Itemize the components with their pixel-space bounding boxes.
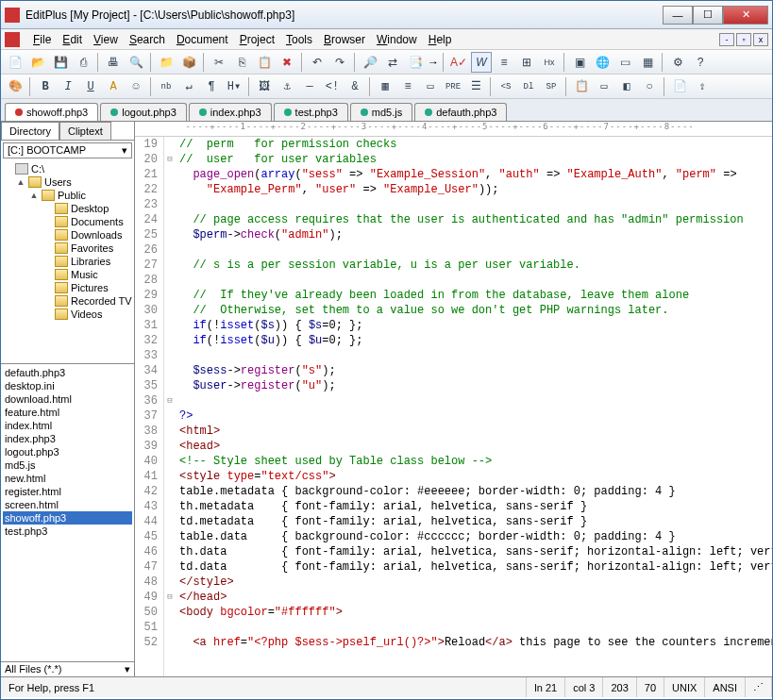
menu-help[interactable]: Help bbox=[423, 31, 458, 48]
menu-tools[interactable]: Tools bbox=[280, 31, 318, 48]
menu-file[interactable]: File bbox=[27, 31, 57, 48]
file-item[interactable]: logout.php3 bbox=[3, 445, 132, 458]
input-button[interactable]: ▭ bbox=[594, 76, 614, 97]
code-area[interactable]: 1920212223242526272829303132333435363738… bbox=[135, 137, 773, 676]
delete-button[interactable]: ✖ bbox=[277, 52, 297, 73]
print-button[interactable]: 🖶 bbox=[103, 52, 124, 73]
tree-node[interactable]: Pictures bbox=[3, 281, 132, 294]
replace-button[interactable]: ⇄ bbox=[382, 52, 403, 73]
preview-button[interactable]: 🔍 bbox=[126, 52, 146, 73]
ruler-button[interactable]: ⊞ bbox=[516, 52, 537, 73]
char-button[interactable]: & bbox=[344, 76, 365, 97]
applet-button[interactable]: ○ bbox=[639, 76, 660, 97]
file-item[interactable]: md5.js bbox=[3, 458, 132, 472]
mdi-restore-button[interactable]: ▫ bbox=[736, 33, 751, 46]
redo-button[interactable]: ↷ bbox=[329, 52, 350, 73]
script-button[interactable]: <S bbox=[496, 76, 516, 97]
spell-button[interactable]: A✓ bbox=[448, 52, 469, 73]
file-item[interactable]: screen.html bbox=[3, 498, 132, 511]
tree-node[interactable]: Recorded TV bbox=[3, 294, 132, 308]
file-item[interactable]: index.php3 bbox=[3, 432, 132, 445]
status-grip[interactable]: ⋰ bbox=[746, 677, 772, 697]
copy-button[interactable]: ⎘ bbox=[231, 52, 252, 73]
sidebar-tab-directory[interactable]: Directory bbox=[1, 122, 59, 140]
file-item[interactable]: register.html bbox=[3, 485, 132, 498]
settings-button[interactable]: ⚙ bbox=[667, 52, 688, 73]
sidebar-tab-cliptext[interactable]: Cliptext bbox=[59, 122, 111, 140]
dir-button[interactable]: 📁 bbox=[156, 52, 176, 73]
menu-document[interactable]: Document bbox=[171, 31, 234, 48]
table-button[interactable]: ▦ bbox=[375, 76, 395, 97]
tree-node[interactable]: Documents bbox=[3, 215, 132, 228]
image-button[interactable]: 🖼 bbox=[254, 76, 275, 97]
menu-project[interactable]: Project bbox=[234, 31, 280, 48]
pre-button[interactable]: PRE bbox=[443, 76, 463, 97]
heading-button[interactable]: H▾ bbox=[224, 76, 244, 97]
new-file-button[interactable]: 📄 bbox=[5, 52, 25, 73]
menu-browser[interactable]: Browser bbox=[318, 31, 371, 48]
file-item[interactable]: feature.html bbox=[3, 406, 132, 419]
break-button[interactable]: ↵ bbox=[178, 76, 199, 97]
emoji-button[interactable]: ☺ bbox=[126, 76, 146, 97]
menu-view[interactable]: View bbox=[88, 31, 124, 48]
window-button[interactable]: ▭ bbox=[614, 52, 635, 73]
upload-button[interactable]: ⇪ bbox=[692, 76, 713, 97]
file-tab[interactable]: index.php3 bbox=[189, 103, 272, 121]
tree-node[interactable]: ▲Public bbox=[3, 189, 132, 202]
center-button[interactable]: ≡ bbox=[397, 76, 418, 97]
tree-node[interactable]: Libraries bbox=[3, 255, 132, 268]
cut-button[interactable]: ✂ bbox=[209, 52, 229, 73]
menu-search[interactable]: Search bbox=[124, 31, 171, 48]
file-item[interactable]: new.html bbox=[3, 472, 132, 485]
menu-edit[interactable]: Edit bbox=[57, 31, 88, 48]
tree-node[interactable]: Music bbox=[3, 268, 132, 281]
tree-node[interactable]: ▲Users bbox=[3, 175, 132, 189]
bold-button[interactable]: B bbox=[35, 76, 56, 97]
anchor-button[interactable]: ⚓ bbox=[277, 76, 297, 97]
browser-button[interactable]: 🌐 bbox=[592, 52, 613, 73]
template-button[interactable]: 📄 bbox=[669, 76, 690, 97]
para-button[interactable]: ¶ bbox=[201, 76, 222, 97]
linenum-button[interactable]: ≡ bbox=[494, 52, 514, 73]
object-button[interactable]: ◧ bbox=[616, 76, 637, 97]
menu-window[interactable]: Window bbox=[371, 31, 423, 48]
close-button[interactable]: ✕ bbox=[723, 6, 768, 25]
tree-node[interactable]: Downloads bbox=[3, 228, 132, 242]
list-button[interactable]: ☰ bbox=[465, 76, 486, 97]
find-button[interactable]: 🔎 bbox=[360, 52, 380, 73]
hex-button[interactable]: Hx bbox=[539, 52, 560, 73]
help-button[interactable]: ? bbox=[690, 52, 711, 73]
file-item[interactable]: download.html bbox=[3, 392, 132, 406]
palette-button[interactable]: 🎨 bbox=[5, 76, 25, 97]
tree-node[interactable]: Desktop bbox=[3, 202, 132, 215]
file-filter[interactable]: All Files (*.*)▾ bbox=[1, 661, 134, 676]
file-item[interactable]: desktop.ini bbox=[3, 379, 132, 392]
tile-button[interactable]: ▦ bbox=[637, 52, 658, 73]
minimize-button[interactable]: — bbox=[663, 6, 693, 25]
file-tab[interactable]: logout.php3 bbox=[100, 103, 187, 121]
file-item[interactable]: test.php3 bbox=[3, 525, 132, 538]
folder-tree[interactable]: C:\▲Users▲PublicDesktopDocumentsDownload… bbox=[1, 160, 134, 364]
tree-node[interactable]: Favorites bbox=[3, 242, 132, 255]
drive-selector[interactable]: [C:] BOOTCAMP▾ bbox=[3, 142, 132, 158]
tree-node[interactable]: C:\ bbox=[3, 162, 132, 175]
find-files-button[interactable]: 📑 bbox=[405, 52, 426, 73]
maximize-button[interactable]: ☐ bbox=[693, 6, 723, 25]
file-list[interactable]: defauth.php3desktop.inidownload.htmlfeat… bbox=[1, 364, 134, 661]
open-button[interactable]: 📂 bbox=[27, 52, 48, 73]
undo-button[interactable]: ↶ bbox=[307, 52, 328, 73]
mdi-minimize-button[interactable]: - bbox=[719, 33, 734, 46]
fullscreen-button[interactable]: ▣ bbox=[569, 52, 590, 73]
file-tab[interactable]: md5.js bbox=[350, 103, 412, 121]
comment-button[interactable]: <! bbox=[322, 76, 343, 97]
save-all-button[interactable]: ⎙ bbox=[73, 52, 93, 73]
goto-button[interactable]: → bbox=[428, 56, 439, 69]
form-button[interactable]: 📋 bbox=[571, 76, 592, 97]
tree-node[interactable]: Videos bbox=[3, 308, 132, 321]
wrap-button[interactable]: W bbox=[471, 52, 492, 73]
dl-button[interactable]: Dl bbox=[518, 76, 539, 97]
underline-button[interactable]: U bbox=[80, 76, 101, 97]
nbsp-button[interactable]: nb bbox=[156, 76, 176, 97]
file-item[interactable]: index.html bbox=[3, 419, 132, 432]
project-button[interactable]: 📦 bbox=[178, 52, 199, 73]
